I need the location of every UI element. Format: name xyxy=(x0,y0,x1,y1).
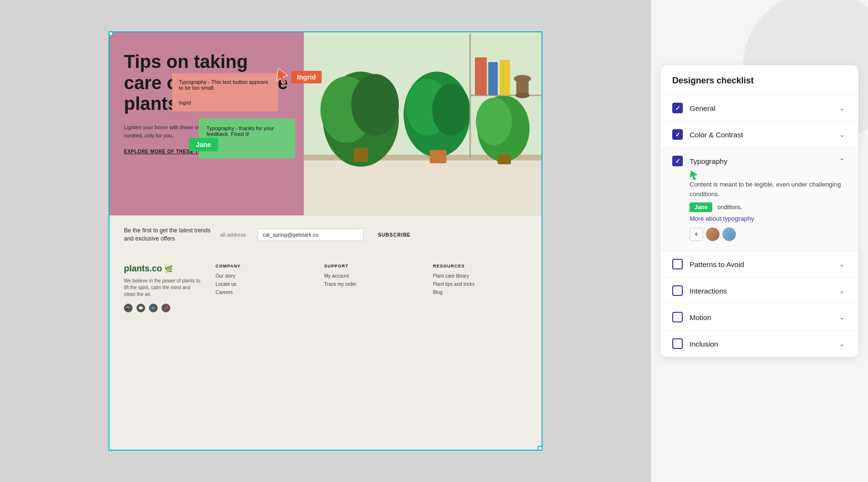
footer-link-plant-care[interactable]: Plant care library xyxy=(433,273,527,279)
color-contrast-label: Color & Contrast xyxy=(690,131,837,139)
plant-illustration xyxy=(304,32,542,215)
footer-social-icons: 📷 💬 🐦 📌 xyxy=(124,304,201,312)
checklist-item-general[interactable]: General ⌄ xyxy=(661,95,858,121)
chevron-color-icon: ⌄ xyxy=(837,130,847,139)
leaf-icon: 🌿 xyxy=(164,265,173,273)
green-comment-bubble: Typography - thanks for your feedback. F… xyxy=(199,119,295,159)
general-label: General xyxy=(690,104,837,112)
checkbox-general[interactable] xyxy=(672,103,683,113)
instagram-icon[interactable]: 📷 xyxy=(124,304,133,312)
footer-section: plants.co 🌿 We believe in the power of p… xyxy=(109,254,542,450)
pink-comment-text: Typography - This text button appears to… xyxy=(179,79,271,91)
chevron-typography-icon: ⌄ xyxy=(837,156,847,166)
pinterest-icon[interactable]: 📌 xyxy=(162,304,170,312)
ingrid-user-tag: Ingrid xyxy=(291,71,322,83)
checklist-item-interactions-row: Interactions ⌄ xyxy=(672,285,847,296)
motion-label: Motion xyxy=(690,313,837,321)
twitter-icon[interactable]: 🐦 xyxy=(149,304,158,312)
typography-avatars: + xyxy=(690,228,847,241)
interactions-label: Interactions xyxy=(690,287,837,295)
svg-rect-10 xyxy=(430,150,446,163)
jane-user-tag: Jane xyxy=(189,138,218,151)
checklist-header: Designers checklist xyxy=(661,65,858,95)
checkbox-motion[interactable] xyxy=(672,312,683,322)
newsletter-text: Be the first to get the latest trends an… xyxy=(124,227,210,243)
email-label: ail address xyxy=(220,232,245,238)
checklist-item-patterns[interactable]: Patterns to Avoid ⌄ xyxy=(661,251,858,278)
footer-col-company: COMPANY Our story Locate us Careers xyxy=(216,264,310,440)
checkbox-inclusion[interactable] xyxy=(672,338,683,349)
footer-link-locate-us[interactable]: Locate us xyxy=(216,281,310,287)
footer-logo-text: plants.co 🌿 xyxy=(124,264,201,274)
svg-point-12 xyxy=(476,98,512,146)
checkbox-patterns[interactable] xyxy=(672,259,683,269)
patterns-label: Patterns to Avoid xyxy=(690,260,837,268)
email-input[interactable] xyxy=(258,228,364,241)
checklist-item-interactions[interactable]: Interactions ⌄ xyxy=(661,278,858,304)
hero-right xyxy=(304,32,542,215)
typography-link[interactable]: More about typography xyxy=(690,215,754,222)
checklist-item-patterns-row: Patterns to Avoid ⌄ xyxy=(672,259,847,269)
chevron-motion-icon: ⌄ xyxy=(837,312,847,322)
main-container: Tips on taking care of your house plants… xyxy=(0,0,868,482)
footer-link-my-account[interactable]: My account xyxy=(324,273,418,279)
checkbox-color-contrast[interactable] xyxy=(672,129,683,140)
checklist-item-color-row: Color & Contrast ⌄ xyxy=(672,129,847,140)
whatsapp-icon[interactable]: 💬 xyxy=(136,304,145,312)
checklist-item-inclusion[interactable]: Inclusion ⌄ xyxy=(661,331,858,357)
comment-overlay: Typography - This text button appears to… xyxy=(172,73,295,159)
add-reviewer-button[interactable]: + xyxy=(690,228,703,241)
canvas-area: Tips on taking care of your house plants… xyxy=(0,0,651,482)
footer-link-blog[interactable]: Blog xyxy=(433,290,527,295)
website-content: Tips on taking care of your house plants… xyxy=(109,32,542,450)
svg-rect-17 xyxy=(488,62,498,95)
checklist-item-motion-row: Motion ⌄ xyxy=(672,312,847,322)
typography-cursor-icon xyxy=(690,170,698,180)
footer-company-title: COMPANY xyxy=(216,264,310,268)
pink-comment-bubble: Typography - This text button appears to… xyxy=(172,73,278,111)
chevron-patterns-icon: ⌄ xyxy=(837,259,847,269)
checkbox-typography[interactable] xyxy=(672,156,683,166)
newsletter-section: Be the first to get the latest trends an… xyxy=(109,215,542,254)
typography-label: Typography xyxy=(690,157,837,165)
footer-link-careers[interactable]: Careers xyxy=(216,290,310,295)
canvas-frame: Tips on taking care of your house plants… xyxy=(108,31,542,451)
footer-col-resources: RESOURCES Plant care library Plant tips … xyxy=(433,264,527,440)
checklist-panel: Designers checklist General ⌄ Color & Co… xyxy=(661,65,858,357)
checklist-title: Designers checklist xyxy=(672,76,847,86)
footer-col-support: SUPPORT My account Track my order xyxy=(324,264,418,440)
svg-rect-13 xyxy=(498,155,511,164)
green-comment-user: Jane xyxy=(206,147,287,152)
checklist-item-motion[interactable]: Motion ⌄ xyxy=(661,304,858,331)
inclusion-label: Inclusion xyxy=(690,340,837,348)
subscribe-button[interactable]: SUBSCRIBE xyxy=(378,232,411,238)
footer-support-title: SUPPORT xyxy=(324,264,418,268)
svg-point-21 xyxy=(515,93,530,98)
green-comment-text: Typography - thanks for your feedback. F… xyxy=(206,125,287,137)
typography-conditions-text: onditions. xyxy=(718,204,742,211)
avatar-2 xyxy=(722,228,736,241)
checklist-item-color-contrast[interactable]: Color & Contrast ⌄ xyxy=(661,121,858,148)
footer-logo: plants.co 🌿 We believe in the power of p… xyxy=(124,264,201,440)
svg-point-5 xyxy=(352,74,399,136)
footer-resources-title: RESOURCES xyxy=(433,264,527,268)
svg-rect-18 xyxy=(500,60,510,95)
footer-tagline: We believe in the power of plants to lif… xyxy=(124,278,201,298)
footer-link-our-story[interactable]: Our story xyxy=(216,273,310,279)
typography-description: Content is meant to be legible, even und… xyxy=(690,180,847,199)
checklist-item-general-row: General ⌄ xyxy=(672,103,847,113)
checklist-item-typography-row: Typography ⌄ xyxy=(672,156,847,166)
chevron-interactions-icon: ⌄ xyxy=(837,286,847,295)
plant-scene xyxy=(304,32,542,215)
footer-link-track-order[interactable]: Track my order xyxy=(324,281,418,287)
right-panel: Designers checklist General ⌄ Color & Co… xyxy=(651,0,868,482)
checklist-item-typography[interactable]: Typography ⌄ Content is meant to be legi… xyxy=(661,148,858,251)
ingrid-cursor-icon xyxy=(276,68,290,85)
footer-link-plant-tips[interactable]: Plant tips and tricks xyxy=(433,281,527,287)
avatar-1 xyxy=(706,228,719,241)
svg-rect-6 xyxy=(354,147,368,162)
pink-comment-user: Ingrid xyxy=(179,100,271,106)
svg-rect-16 xyxy=(475,57,487,95)
checkbox-interactions[interactable] xyxy=(672,285,683,296)
chevron-general-icon: ⌄ xyxy=(837,103,847,113)
